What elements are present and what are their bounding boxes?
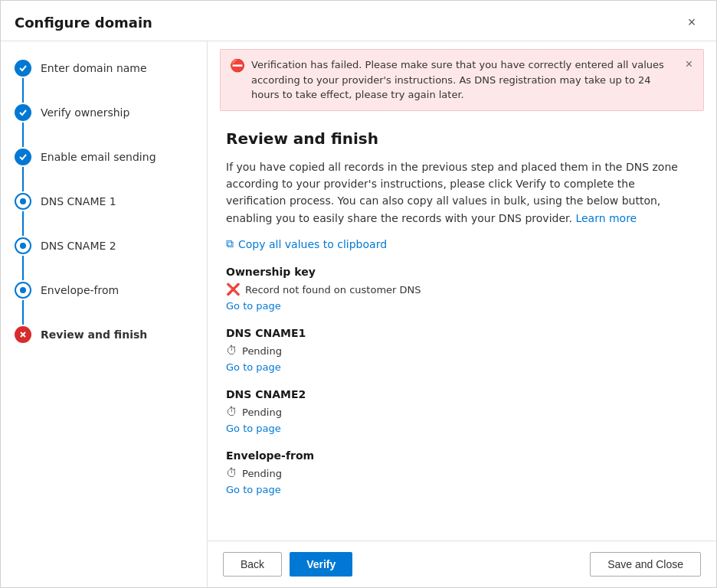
- configure-domain-dialog: Configure domain × Enter domain name: [0, 0, 717, 588]
- record-title-ownership-key: Ownership key: [226, 266, 698, 278]
- dialog-body: Enter domain name Verify ownership: [1, 41, 716, 587]
- section-description: If you have copied all records in the pr…: [226, 158, 698, 227]
- sidebar-item-dns-cname2[interactable]: DNS CNAME 2: [15, 237, 193, 282]
- sidebar-item-label-cname1: DNS CNAME 1: [41, 193, 116, 210]
- pending-status-icon-envelope: ⏱: [226, 466, 237, 480]
- error-banner-text: Verification has failed. Please make sur…: [251, 57, 678, 103]
- sidebar-item-verify-ownership[interactable]: Verify ownership: [15, 104, 193, 149]
- sidebar-item-label-review: Review and finish: [41, 326, 147, 343]
- dialog-close-button[interactable]: ×: [681, 11, 702, 33]
- record-section-dns-cname1: DNS CNAME1 ⏱ Pending Go to page: [226, 327, 698, 373]
- record-title-dns-cname2: DNS CNAME2: [226, 388, 698, 400]
- record-status-text-cname2: Pending: [242, 407, 282, 418]
- verify-button[interactable]: Verify: [290, 552, 352, 577]
- error-banner-icon: ⛔: [230, 58, 245, 73]
- sidebar-item-enable-email[interactable]: Enable email sending: [15, 149, 193, 193]
- content-scroll-area: Review and finish If you have copied all…: [208, 111, 716, 541]
- record-status-dns-cname1: ⏱ Pending: [226, 344, 698, 358]
- step-line-5: [22, 256, 24, 280]
- sidebar-item-label-verify: Verify ownership: [41, 104, 129, 121]
- record-status-dns-cname2: ⏱ Pending: [226, 405, 698, 419]
- record-title-dns-cname1: DNS CNAME1: [226, 327, 698, 339]
- sidebar-item-label-enter-domain: Enter domain name: [41, 60, 147, 77]
- step-connector-enter-domain: [15, 60, 31, 104]
- step-connector-verify: [15, 104, 31, 149]
- record-status-text-cname1: Pending: [242, 345, 282, 357]
- step-connector-envelope: [15, 282, 31, 326]
- section-title: Review and finish: [226, 129, 698, 148]
- main-content: ⛔ Verification has failed. Please make s…: [208, 41, 716, 587]
- copy-all-values-link[interactable]: ⧉ Copy all values to clipboard: [226, 237, 387, 250]
- sidebar-item-label-cname2: DNS CNAME 2: [41, 237, 116, 254]
- record-section-dns-cname2: DNS CNAME2 ⏱ Pending Go to page: [226, 388, 698, 434]
- sidebar-item-review-finish[interactable]: Review and finish: [15, 326, 193, 343]
- go-to-page-dns-cname2[interactable]: Go to page: [226, 423, 281, 434]
- error-banner-close-button[interactable]: ×: [684, 57, 694, 71]
- step-connector-email: [15, 149, 31, 193]
- learn-more-link[interactable]: Learn more: [575, 212, 637, 224]
- copy-icon: ⧉: [226, 237, 234, 250]
- step-connector-review: [15, 326, 31, 343]
- sidebar-item-label-envelope: Envelope-from: [41, 282, 119, 299]
- step-line-1: [22, 78, 24, 103]
- error-banner: ⛔ Verification has failed. Please make s…: [220, 49, 704, 111]
- go-to-page-envelope-from[interactable]: Go to page: [226, 484, 281, 495]
- record-status-text-ownership-key: Record not found on customer DNS: [245, 284, 421, 296]
- record-section-ownership-key: Ownership key ❌ Record not found on cust…: [226, 266, 698, 312]
- step-line-6: [22, 300, 24, 325]
- step-icon-envelope: [15, 282, 31, 299]
- sidebar: Enter domain name Verify ownership: [1, 41, 208, 587]
- pending-status-icon-cname1: ⏱: [226, 344, 237, 358]
- sidebar-item-dns-cname1[interactable]: DNS CNAME 1: [15, 193, 193, 237]
- dialog-title: Configure domain: [15, 15, 152, 31]
- step-icon-review: [15, 326, 31, 343]
- step-icon-cname2: [15, 237, 31, 254]
- step-line-3: [22, 167, 24, 191]
- record-status-ownership-key: ❌ Record not found on customer DNS: [226, 283, 698, 296]
- save-and-close-button[interactable]: Save and Close: [590, 552, 701, 577]
- step-line-2: [22, 122, 24, 147]
- back-button[interactable]: Back: [223, 552, 282, 577]
- step-icon-enter-domain: [15, 60, 31, 77]
- go-to-page-ownership-key[interactable]: Go to page: [226, 300, 281, 312]
- record-status-text-envelope: Pending: [242, 468, 282, 479]
- step-connector-cname2: [15, 237, 31, 282]
- sidebar-item-enter-domain[interactable]: Enter domain name: [15, 60, 193, 104]
- record-status-envelope-from: ⏱ Pending: [226, 466, 698, 480]
- dialog-footer: Back Verify Save and Close: [208, 541, 716, 587]
- step-icon-verify: [15, 104, 31, 121]
- step-line-4: [22, 211, 24, 236]
- pending-status-icon-cname2: ⏱: [226, 405, 237, 419]
- go-to-page-dns-cname1[interactable]: Go to page: [226, 361, 281, 373]
- record-title-envelope-from: Envelope-from: [226, 449, 698, 462]
- sidebar-item-envelope-from[interactable]: Envelope-from: [15, 282, 193, 326]
- record-section-envelope-from: Envelope-from ⏱ Pending Go to page: [226, 449, 698, 495]
- dialog-title-bar: Configure domain ×: [1, 1, 716, 41]
- sidebar-item-label-email: Enable email sending: [41, 149, 156, 165]
- footer-left-buttons: Back Verify: [223, 552, 352, 577]
- error-status-icon: ❌: [226, 283, 241, 296]
- step-icon-enable-email: [15, 149, 31, 165]
- step-connector-cname1: [15, 193, 31, 237]
- step-icon-cname1: [15, 193, 31, 210]
